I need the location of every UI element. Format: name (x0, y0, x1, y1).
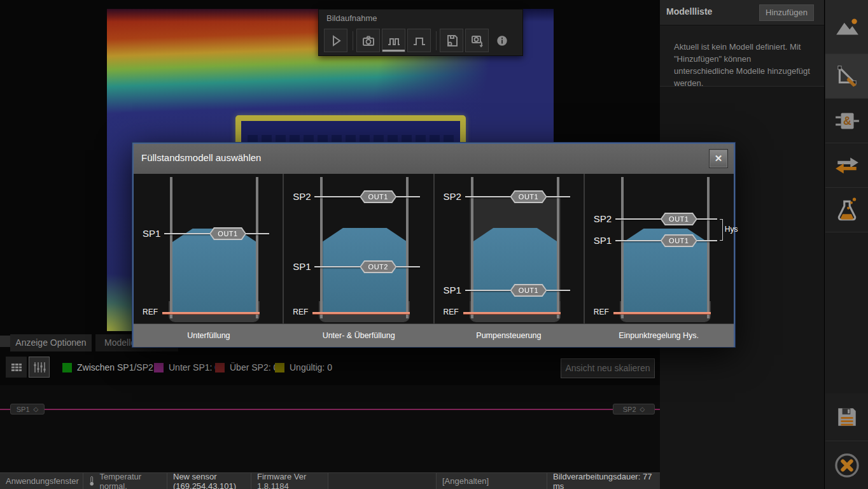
sp1-label: SP1 (444, 285, 461, 295)
play-button[interactable] (324, 29, 347, 52)
model-caption-unterfuellung: Unterfüllung (134, 324, 284, 347)
add-model-button[interactable]: Hinzufügen (759, 4, 814, 21)
model-caption-unter-ueberfuellung: Unter- & Überfüllung (284, 324, 434, 347)
legend-label-under: Unter SP1: 0 (169, 362, 220, 372)
ref-line (613, 312, 711, 314)
single-trigger-button[interactable] (407, 29, 431, 52)
ref-line (162, 312, 260, 314)
legend-under-sp1: Unter SP1: 0 (154, 362, 220, 372)
sp2-label: SP2 (444, 191, 461, 202)
ref-label: REF (143, 308, 158, 316)
nav-logic-button[interactable]: & (825, 99, 868, 143)
legend-invalid: Ungültig: 0 (275, 362, 332, 372)
out-badge: OUT1 (360, 190, 396, 203)
model-option-unter-ueberfuellung[interactable]: SP2 OUT1 SP1 OUT2 REF (284, 174, 434, 323)
model-list-title: Modellliste (666, 6, 712, 17)
nav-test-button[interactable] (825, 188, 868, 232)
exit-icon (833, 451, 861, 479)
play-icon (329, 34, 343, 48)
rescale-view-button[interactable]: Ansicht neu skalieren (561, 358, 655, 378)
toolbar-separator (353, 31, 353, 50)
status-processing-time: Bildverarbeitungsdauer: 77 ms (547, 473, 660, 489)
ref-line (463, 312, 561, 314)
nav-modeling-button[interactable] (825, 54, 868, 99)
modeling-icon (834, 63, 860, 90)
setpoint-chart-area: SP1 ◇ SP2 ◇ (0, 385, 660, 472)
legend-label-between: Zwischen SP1/SP2: 0 (77, 362, 163, 372)
snapshot-button[interactable] (356, 29, 380, 52)
table-view-button[interactable] (6, 357, 27, 378)
out-badge: OUT1 (510, 284, 547, 297)
model-caption-einpunktregelung: Einpunktregelung Hys. (584, 324, 734, 347)
logic-icon: & (834, 108, 860, 134)
svg-text:&: & (843, 115, 851, 127)
tank-wall (471, 177, 473, 318)
tank-wall (320, 177, 323, 318)
test-icon (834, 197, 860, 223)
load-image-button[interactable] (465, 29, 489, 52)
ref-label: REF (444, 308, 459, 316)
out-badge: OUT2 (360, 260, 396, 273)
dialog-footer: Unterfüllung Unter- & Überfüllung Pumpen… (134, 323, 734, 347)
save-icon (835, 405, 859, 429)
nav-io-transfer-button[interactable] (825, 143, 868, 188)
application-window: Bildaufnahme (0, 0, 868, 489)
nav-image-view-button[interactable] (825, 0, 868, 54)
capture-toolbar-title: Bildaufnahme (319, 10, 522, 23)
fill-level-model-dialog: Füllstandsmodell auswählen ✕ SP1 OUT1 RE… (132, 143, 735, 347)
close-icon: ✕ (715, 153, 723, 164)
status-bar: Anwendungsfenster Temperatur normal. New… (0, 472, 660, 489)
nav-exit-button[interactable] (825, 441, 868, 489)
out-badge: OUT1 (209, 227, 246, 240)
model-option-pumpensteuerung[interactable]: SP2 OUT1 SP1 OUT1 REF (435, 174, 585, 323)
out-badge: OUT1 (661, 234, 697, 247)
dialog-close-button[interactable]: ✕ (709, 149, 728, 168)
load-image-icon (470, 34, 484, 48)
sp2-handle[interactable]: SP2 ◇ (613, 404, 655, 415)
capture-toolbar: Bildaufnahme (318, 9, 523, 56)
snapshot-icon (361, 34, 375, 48)
save-image-icon (445, 34, 459, 48)
out-badge: OUT1 (510, 190, 547, 203)
out-badge: OUT1 (661, 213, 697, 225)
hysteresis-bracket (720, 219, 723, 241)
status-firmware: Firmware Ver 1.8.1184 (251, 473, 328, 489)
info-icon (496, 34, 508, 47)
sp2-handle-label: SP2 (623, 406, 636, 413)
single-trigger-icon (412, 34, 426, 48)
ref-label: REF (594, 308, 609, 316)
chart-view-button[interactable] (29, 357, 50, 378)
tab-corner-handle[interactable] (0, 336, 10, 347)
io-transfer-icon (834, 155, 860, 176)
tank-wall (256, 177, 258, 318)
model-option-unterfuellung[interactable]: SP1 OUT1 REF (134, 174, 284, 323)
status-sensor: New sensor (169.254.43.101) (167, 473, 251, 489)
sp1-handle-label: SP1 (17, 406, 30, 413)
dialog-title: Füllstandsmodell auswählen (141, 152, 261, 163)
sp1-handle[interactable]: SP1 ◇ (10, 404, 45, 415)
tab-anzeige-optionen[interactable]: Anzeige Optionen (10, 334, 92, 351)
nav-save-button[interactable] (825, 393, 868, 441)
tank-liquid (172, 229, 256, 313)
drag-diamond-icon: ◇ (34, 406, 39, 413)
sp2-label: SP2 (293, 191, 311, 202)
continuous-trigger-button[interactable] (382, 29, 405, 52)
save-image-button[interactable] (440, 29, 463, 52)
object-label-marks (248, 135, 454, 142)
sp1-label: SP1 (143, 228, 160, 239)
ref-label: REF (293, 308, 308, 316)
tank-wall (406, 177, 409, 318)
setpoint-chart-line (0, 409, 660, 410)
status-window-name: Anwendungsfenster (0, 473, 83, 489)
model-list-header: Modellliste Hinzufügen (660, 0, 824, 25)
legend-swatch-under (154, 363, 164, 372)
continuous-trigger-icon (387, 34, 401, 48)
drag-diamond-icon: ◇ (640, 406, 645, 413)
image-view-icon (834, 16, 860, 38)
info-button[interactable] (496, 34, 508, 47)
model-option-einpunktregelung[interactable]: SP2 OUT1 SP1 OUT1 Hys REF (585, 174, 734, 323)
legend-label-over: Über SP2: 0 (230, 362, 278, 372)
sp1-label: SP1 (293, 261, 311, 272)
status-spacer (328, 473, 437, 489)
side-navigation: & (824, 0, 868, 489)
